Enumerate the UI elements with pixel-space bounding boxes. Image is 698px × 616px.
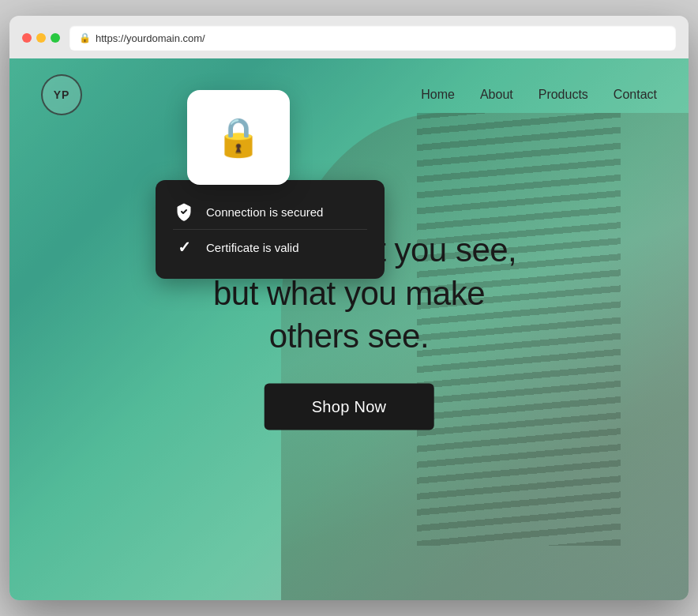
traffic-light-green[interactable] — [51, 33, 60, 43]
logo-text: YP — [54, 88, 70, 101]
address-bar[interactable]: 🔒 https://yourdomain.com/ — [69, 25, 676, 51]
address-lock-icon: 🔒 — [79, 32, 91, 43]
address-text: https://yourdomain.com/ — [96, 32, 205, 44]
browser-titlebar: 🔒 https://yourdomain.com/ — [22, 25, 676, 51]
certificate-valid-text: Certificate is valid — [206, 241, 299, 254]
lock-badge: 🔒 — [187, 90, 290, 185]
lock-icon: 🔒 — [215, 115, 262, 160]
shop-now-button[interactable]: Shop Now — [265, 383, 434, 430]
security-item-connection: Connection is secured — [173, 194, 367, 229]
logo[interactable]: YP — [41, 74, 82, 115]
traffic-lights — [22, 33, 60, 43]
nav-contact[interactable]: Contact — [614, 88, 657, 102]
security-popup: 🔒 Connection is secured ✓ — [156, 90, 385, 279]
browser-chrome: 🔒 https://yourdomain.com/ — [9, 16, 689, 58]
nav-links: Home About Products Contact — [421, 88, 657, 102]
connection-secured-text: Connection is secured — [206, 205, 323, 219]
browser-window: 🔒 https://yourdomain.com/ YP Home About … — [9, 16, 689, 600]
browser-content: YP Home About Products Contact Art is no… — [9, 58, 689, 600]
shield-icon — [173, 201, 195, 223]
nav-home[interactable]: Home — [421, 88, 455, 102]
traffic-light-yellow[interactable] — [36, 33, 46, 43]
check-icon: ✓ — [173, 236, 195, 258]
nav-products[interactable]: Products — [539, 88, 588, 102]
nav-about[interactable]: About — [480, 88, 513, 102]
traffic-light-red[interactable] — [22, 33, 32, 43]
security-dropdown: Connection is secured ✓ Certificate is v… — [156, 180, 385, 279]
security-item-certificate: ✓ Certificate is valid — [173, 229, 367, 265]
